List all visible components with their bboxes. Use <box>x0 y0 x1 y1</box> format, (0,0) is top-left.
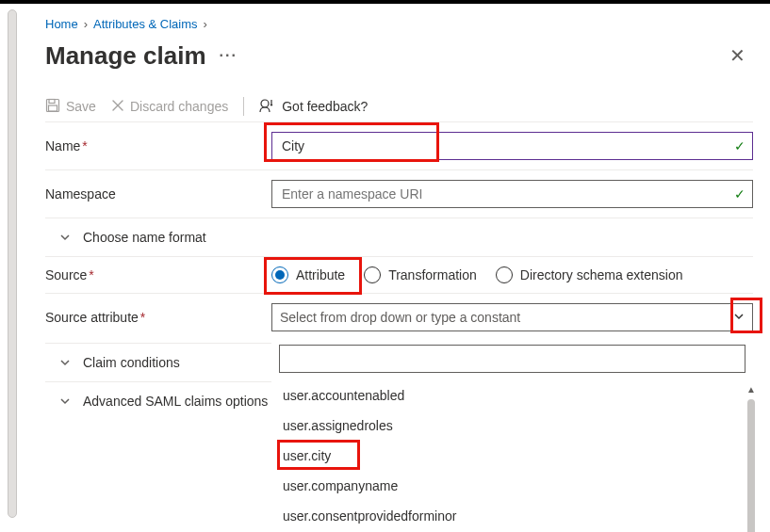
dropdown-item-user-city[interactable]: user.city <box>271 441 753 471</box>
chevron-down-icon <box>58 232 72 243</box>
svg-rect-2 <box>49 105 57 111</box>
close-button[interactable]: ✕ <box>722 40 753 71</box>
dropdown-list: ▲ user.accountenabled user.assignedroles… <box>271 380 753 532</box>
dropdown-item[interactable]: user.consentprovidedforminor <box>271 501 753 531</box>
namespace-label: Namespace <box>45 186 116 202</box>
chevron-right-icon: › <box>84 17 88 31</box>
name-input[interactable] <box>271 132 753 160</box>
check-icon: ✓ <box>734 186 745 202</box>
source-radio-directory[interactable]: Directory schema extension <box>496 266 683 283</box>
svg-rect-1 <box>49 99 55 103</box>
scroll-up-arrow-icon: ▲ <box>746 384 756 395</box>
radio-icon <box>496 266 513 283</box>
choose-name-format-label: Choose name format <box>83 230 206 245</box>
radio-icon <box>364 266 381 283</box>
required-asterisk: * <box>89 267 93 282</box>
source-attribute-dropdown[interactable]: Select from drop down or type a constant <box>271 303 753 331</box>
name-label: Name <box>45 138 80 153</box>
chevron-right-icon: › <box>204 17 207 31</box>
claim-conditions-toggle[interactable]: Claim conditions <box>45 343 300 382</box>
source-attribute-label: Source attribute <box>45 310 139 325</box>
discard-button[interactable]: Discard changes <box>111 99 228 115</box>
save-icon <box>45 98 60 116</box>
source-directory-option-label: Directory schema extension <box>520 267 683 282</box>
breadcrumb-attributes[interactable]: Attributes & Claims <box>93 17 198 31</box>
check-icon: ✓ <box>734 138 745 153</box>
save-button[interactable]: Save <box>45 98 96 116</box>
svg-point-3 <box>261 100 269 107</box>
required-asterisk: * <box>82 138 87 153</box>
source-transformation-option-label: Transformation <box>388 267 477 282</box>
page-title: Manage claim <box>45 41 206 71</box>
chevron-down-icon <box>58 395 72 407</box>
advanced-saml-label: Advanced SAML claims options <box>83 394 268 409</box>
close-icon <box>111 99 124 115</box>
dropdown-item[interactable]: user.accountenabled <box>271 380 753 411</box>
left-scroll-rail <box>8 9 17 518</box>
dropdown-item[interactable]: user.companyname <box>271 471 753 501</box>
more-actions-button[interactable]: ··· <box>220 47 238 64</box>
discard-label: Discard changes <box>130 99 228 114</box>
toolbar-separator <box>243 97 244 116</box>
claim-conditions-label: Claim conditions <box>83 355 180 370</box>
save-label: Save <box>66 99 96 114</box>
required-asterisk: * <box>140 310 145 325</box>
namespace-input[interactable] <box>271 180 753 208</box>
advanced-saml-toggle[interactable]: Advanced SAML claims options <box>45 382 300 420</box>
chevron-down-icon <box>733 310 745 325</box>
source-attribute-dropdown-panel: ▲ user.accountenabled user.assignedroles… <box>271 335 753 532</box>
choose-name-format-toggle[interactable]: Choose name format <box>45 218 753 257</box>
radio-selected-icon <box>271 266 288 283</box>
breadcrumb: Home › Attributes & Claims › <box>45 17 753 31</box>
chevron-down-icon <box>58 357 72 368</box>
source-label: Source <box>45 267 87 282</box>
source-radio-transformation[interactable]: Transformation <box>364 266 477 283</box>
source-radio-attribute[interactable]: Attribute <box>271 266 345 283</box>
feedback-button[interactable]: Got feedback? <box>259 98 368 116</box>
breadcrumb-home[interactable]: Home <box>45 17 78 31</box>
feedback-icon <box>259 98 276 116</box>
feedback-label: Got feedback? <box>282 99 368 114</box>
dropdown-item[interactable]: user.assignedroles <box>271 411 753 441</box>
dropdown-search-input[interactable] <box>279 345 745 373</box>
source-attribute-option-label: Attribute <box>296 267 345 282</box>
source-attribute-placeholder: Select from drop down or type a constant <box>280 310 520 325</box>
